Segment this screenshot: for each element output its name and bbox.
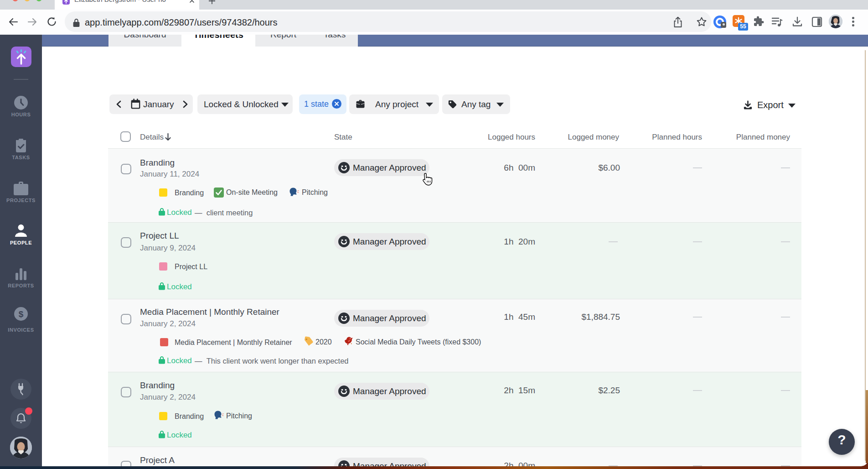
svg-text:$: $: [19, 309, 24, 319]
